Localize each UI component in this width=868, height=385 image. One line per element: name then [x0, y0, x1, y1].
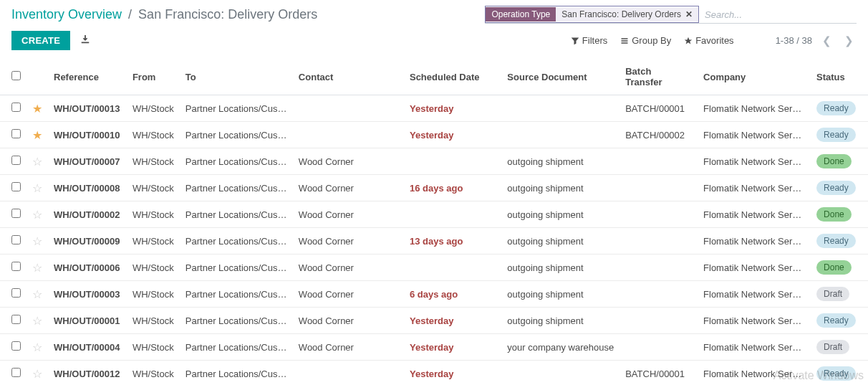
row-checkbox[interactable] — [11, 368, 21, 377]
cell-source: outgoing shipment — [501, 175, 619, 201]
cell-company: Flomatik Network Servic... — [698, 148, 811, 175]
cell-reference: WH/OUT/00007 — [54, 156, 120, 167]
cell-contact: Wood Corner — [293, 228, 404, 255]
row-checkbox[interactable] — [11, 156, 21, 165]
cell-to: Partner Locations/Cust... — [180, 201, 293, 228]
row-checkbox[interactable] — [11, 235, 21, 244]
cell-to: Partner Locations/Cust... — [180, 334, 293, 361]
star-icon[interactable]: ☆ — [32, 262, 42, 274]
cell-from: WH/Stock — [127, 255, 180, 281]
star-icon[interactable]: ☆ — [32, 288, 42, 300]
cell-reference: WH/OUT/00012 — [54, 369, 120, 379]
filters-label: Filters — [582, 35, 607, 46]
star-icon[interactable]: ☆ — [32, 156, 42, 168]
pager-prev-button[interactable]: ❮ — [819, 33, 834, 49]
header-status[interactable]: Status — [811, 59, 868, 95]
row-checkbox[interactable] — [11, 262, 21, 271]
cell-batch: BATCH/00001 — [619, 361, 698, 386]
status-badge: Draft — [816, 287, 849, 301]
status-badge: Ready — [816, 234, 856, 248]
pager-next-button[interactable]: ❯ — [842, 33, 857, 49]
row-checkbox[interactable] — [11, 315, 21, 324]
cell-from: WH/Stock — [127, 201, 180, 228]
row-checkbox[interactable] — [11, 341, 21, 351]
status-badge: Done — [816, 154, 852, 168]
search-input[interactable] — [699, 6, 857, 23]
groupby-button[interactable]: Group By — [620, 35, 671, 46]
cell-contact: Wood Corner — [293, 255, 404, 281]
download-icon — [80, 34, 90, 44]
cell-scheduled: Yesterday — [410, 342, 453, 353]
star-icon[interactable]: ☆ — [32, 341, 42, 353]
breadcrumb-root[interactable]: Inventory Overview — [11, 7, 122, 22]
star-icon[interactable]: ☆ — [32, 368, 42, 380]
table-row[interactable]: ☆WH/OUT/00006WH/StockPartner Locations/C… — [0, 255, 868, 281]
cell-batch — [619, 175, 698, 201]
select-all-checkbox[interactable] — [11, 71, 21, 80]
cell-scheduled: 13 days ago — [410, 236, 463, 247]
table-row[interactable]: ☆WH/OUT/00008WH/StockPartner Locations/C… — [0, 175, 868, 201]
row-checkbox[interactable] — [11, 288, 21, 298]
table-row[interactable]: ☆WH/OUT/00001WH/StockPartner Locations/C… — [0, 308, 868, 334]
cell-batch — [619, 148, 698, 175]
header-to[interactable]: To — [180, 59, 293, 95]
row-checkbox[interactable] — [11, 209, 21, 218]
header-scheduled[interactable]: Scheduled Date — [404, 59, 501, 95]
cell-batch — [619, 281, 698, 308]
cell-scheduled: 16 days ago — [410, 183, 463, 194]
status-badge: Ready — [816, 128, 856, 142]
cell-from: WH/Stock — [127, 95, 180, 122]
cell-from: WH/Stock — [127, 361, 180, 386]
cell-company: Flomatik Network Servi... — [698, 95, 811, 122]
status-badge: Ready — [816, 313, 856, 328]
star-icon[interactable]: ☆ — [32, 315, 42, 327]
table-row[interactable]: ☆WH/OUT/00009WH/StockPartner Locations/C… — [0, 228, 868, 255]
star-icon[interactable]: ☆ — [32, 209, 42, 221]
star-icon[interactable]: ★ — [32, 103, 42, 115]
favorites-button[interactable]: Favorites — [684, 35, 733, 46]
cell-company: Flomatik Network Servi... — [698, 122, 811, 148]
header-contact[interactable]: Contact — [293, 59, 404, 95]
header-from[interactable]: From — [127, 59, 180, 95]
facet-value: San Francisco: Delivery Orders ✕ — [556, 7, 698, 22]
create-button[interactable]: CREATE — [11, 31, 70, 50]
table-row[interactable]: ★WH/OUT/00010WH/StockPartner Locations/C… — [0, 122, 868, 148]
cell-reference: WH/OUT/00003 — [54, 289, 120, 300]
table-row[interactable]: ☆WH/OUT/00002WH/StockPartner Locations/C… — [0, 201, 868, 228]
facet-label: Operation Type — [486, 7, 556, 22]
star-icon[interactable]: ☆ — [32, 182, 42, 194]
table-row[interactable]: ☆WH/OUT/00012WH/StockPartner Locations/C… — [0, 361, 868, 386]
cell-source: your company warehouse — [501, 334, 619, 361]
row-checkbox[interactable] — [11, 129, 21, 138]
star-icon[interactable]: ☆ — [32, 235, 42, 247]
row-checkbox[interactable] — [11, 103, 21, 112]
header-source[interactable]: Source Document — [501, 59, 619, 95]
header-reference[interactable]: Reference — [48, 59, 127, 95]
cell-to: Partner Locations/Cust... — [180, 148, 293, 175]
header-batch[interactable]: Batch Transfer — [619, 59, 698, 95]
facet-remove-button[interactable]: ✕ — [685, 9, 693, 19]
table-row[interactable]: ☆WH/OUT/00007WH/StockPartner Locations/C… — [0, 148, 868, 175]
table-row[interactable]: ☆WH/OUT/00004WH/StockPartner Locations/C… — [0, 334, 868, 361]
cell-batch — [619, 201, 698, 228]
table-row[interactable]: ☆WH/OUT/00003WH/StockPartner Locations/C… — [0, 281, 868, 308]
star-icon[interactable]: ★ — [32, 129, 42, 141]
cell-reference: WH/OUT/00006 — [54, 262, 120, 273]
breadcrumb-separator: / — [128, 7, 132, 22]
cell-from: WH/Stock — [127, 148, 180, 175]
list-icon — [620, 37, 629, 45]
download-button[interactable] — [80, 34, 90, 47]
header-checkbox — [0, 59, 26, 95]
cell-contact: Wood Corner — [293, 334, 404, 361]
cell-contact: Wood Corner — [293, 175, 404, 201]
cell-company: Flomatik Network Servi... — [698, 334, 811, 361]
header-company[interactable]: Company — [698, 59, 811, 95]
cell-contact — [293, 122, 404, 148]
filters-button[interactable]: Filters — [571, 35, 607, 46]
cell-contact — [293, 95, 404, 122]
row-checkbox[interactable] — [11, 182, 21, 191]
table-row[interactable]: ★WH/OUT/00013WH/StockPartner Locations/C… — [0, 95, 868, 122]
cell-source — [501, 95, 619, 122]
cell-from: WH/Stock — [127, 281, 180, 308]
pager-range[interactable]: 1-38 / 38 — [776, 35, 812, 46]
